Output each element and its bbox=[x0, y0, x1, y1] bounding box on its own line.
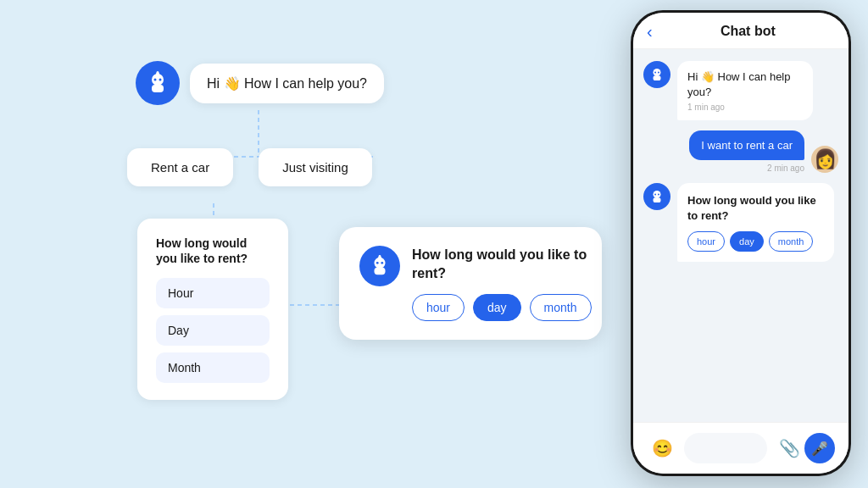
phone-chip-hour[interactable]: hour bbox=[687, 231, 725, 252]
phone-header: ‹ Chat bot bbox=[633, 13, 849, 49]
phone-title: Chat bot bbox=[661, 24, 835, 39]
bot-rent-question: How long would you like to rent? bbox=[687, 193, 824, 223]
user-bubble-1: I want to rent a car bbox=[689, 130, 804, 160]
message-input[interactable] bbox=[684, 433, 767, 463]
hour-option[interactable]: Hour bbox=[156, 278, 270, 308]
user-timestamp-1: 2 min ago bbox=[767, 164, 804, 173]
svg-point-16 bbox=[379, 255, 381, 258]
bot-timestamp-1: 1 min ago bbox=[687, 103, 803, 112]
bot-avatar-2 bbox=[643, 183, 670, 210]
bot-rent-bubble: How long would you like to rent? hour da… bbox=[677, 183, 834, 262]
expanded-question: How long would you like to rent? bbox=[412, 246, 592, 282]
user-message-1: I want to rent a car 2 min ago 👩 bbox=[643, 130, 838, 173]
svg-point-24 bbox=[658, 194, 659, 196]
chip-month[interactable]: month bbox=[530, 294, 592, 321]
greeting-area: Hi 👋 How I can help you? bbox=[136, 61, 384, 105]
svg-point-7 bbox=[154, 79, 157, 81]
svg-point-17 bbox=[654, 69, 661, 76]
phone: ‹ Chat bot Hi 👋 How I can help you? bbox=[631, 10, 851, 476]
svg-point-21 bbox=[654, 191, 661, 198]
phone-chip-row: hour day month bbox=[687, 231, 824, 252]
expanded-bot-card: How long would you like to rent? hour da… bbox=[339, 227, 602, 340]
bot-message-1: Hi 👋 How I can help you? 1 min ago bbox=[643, 61, 838, 120]
svg-rect-6 bbox=[152, 85, 164, 92]
month-option[interactable]: Month bbox=[156, 352, 270, 383]
mic-button[interactable]: 🎤 bbox=[804, 433, 835, 463]
phone-screen: ‹ Chat bot Hi 👋 How I can help you? bbox=[633, 13, 849, 474]
phone-chip-month[interactable]: month bbox=[769, 231, 814, 252]
svg-point-11 bbox=[375, 258, 386, 269]
user-avatar: 👩 bbox=[811, 146, 838, 173]
svg-rect-22 bbox=[654, 197, 661, 202]
user-msg-col: I want to rent a car 2 min ago bbox=[689, 130, 804, 173]
svg-point-19 bbox=[654, 71, 656, 73]
chip-day[interactable]: day bbox=[473, 294, 521, 321]
phone-chip-day[interactable]: day bbox=[730, 231, 764, 252]
greeting-bubble: Hi 👋 How I can help you? bbox=[190, 64, 384, 103]
svg-point-8 bbox=[159, 79, 162, 81]
chip-row: hour day month bbox=[412, 294, 592, 321]
rent-question-label: How long would you like to rent? bbox=[156, 236, 270, 266]
svg-point-14 bbox=[381, 262, 383, 264]
rent-detail-card: How long would you like to rent? Hour Da… bbox=[137, 219, 288, 400]
svg-point-5 bbox=[152, 74, 164, 86]
phone-footer: 😊 📎 🎤 bbox=[633, 422, 849, 474]
expanded-bot-icon bbox=[359, 246, 400, 286]
svg-rect-12 bbox=[375, 268, 386, 274]
chip-hour[interactable]: hour bbox=[412, 294, 465, 321]
svg-point-13 bbox=[376, 262, 379, 264]
bot-avatar-1 bbox=[643, 61, 670, 88]
options-row: Rent a car Just visiting bbox=[127, 148, 372, 186]
greeting-text: Hi 👋 How I can help you? bbox=[207, 76, 367, 91]
bot-bubble-1: Hi 👋 How I can help you? 1 min ago bbox=[677, 61, 813, 120]
attach-button[interactable]: 📎 bbox=[774, 433, 804, 463]
svg-point-20 bbox=[658, 71, 659, 73]
emoji-button[interactable]: 😊 bbox=[647, 433, 677, 463]
expanded-card-content: How long would you like to rent? hour da… bbox=[412, 246, 592, 321]
bot-rent-row: How long would you like to rent? hour da… bbox=[643, 183, 838, 262]
chat-body: Hi 👋 How I can help you? 1 min ago I wan… bbox=[633, 49, 849, 422]
svg-point-10 bbox=[157, 71, 159, 74]
bot-message-text-1: Hi 👋 How I can help you? bbox=[687, 69, 803, 99]
bot-icon-greeting bbox=[136, 61, 180, 105]
back-button[interactable]: ‹ bbox=[647, 23, 653, 40]
just-visiting-option[interactable]: Just visiting bbox=[259, 148, 372, 186]
svg-rect-18 bbox=[654, 75, 661, 80]
svg-point-23 bbox=[654, 194, 656, 196]
rent-car-option[interactable]: Rent a car bbox=[127, 148, 233, 186]
day-option[interactable]: Day bbox=[156, 315, 270, 346]
